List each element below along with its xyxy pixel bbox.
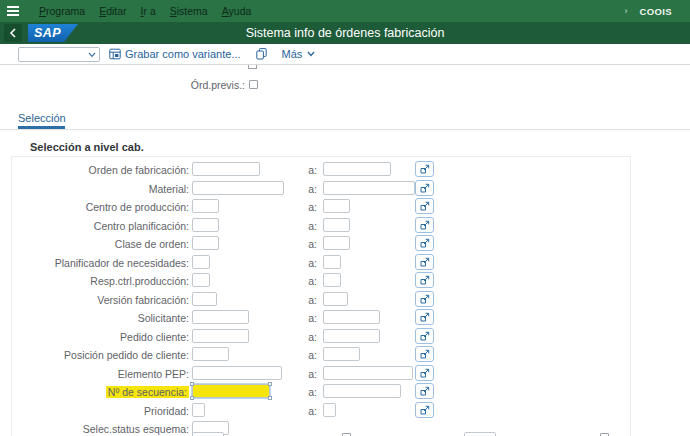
- multiple-selection-button[interactable]: [415, 235, 434, 251]
- multiple-selection-button[interactable]: [415, 198, 434, 214]
- to-input[interactable]: [323, 162, 391, 176]
- chevron-right-icon: ›: [624, 6, 627, 16]
- form-row: Planificador de necesidades:a:: [12, 254, 630, 273]
- multiple-selection-icon: [420, 386, 430, 396]
- field-label: Pedido cliente:: [12, 331, 189, 343]
- section-title: Selección a nivel cab.: [30, 141, 144, 153]
- from-input[interactable]: [192, 292, 217, 306]
- from-input[interactable]: [192, 199, 219, 213]
- multiple-selection-button[interactable]: [415, 309, 434, 325]
- to-label: a:: [282, 386, 317, 398]
- to-input[interactable]: [323, 384, 401, 398]
- to-input[interactable]: [323, 273, 341, 287]
- clipped-input[interactable]: [192, 432, 224, 436]
- multiple-selection-button[interactable]: [415, 402, 434, 418]
- selection-handle[interactable]: [268, 382, 272, 386]
- selection-handle[interactable]: [190, 382, 194, 386]
- multiple-selection-button[interactable]: [415, 291, 434, 307]
- to-input[interactable]: [323, 181, 415, 195]
- menu-item-programa[interactable]: Programa: [32, 5, 92, 17]
- menu-item-sistema[interactable]: Sistema: [163, 5, 215, 17]
- from-input[interactable]: [192, 181, 284, 195]
- tab-seleccion[interactable]: Selección: [18, 112, 66, 124]
- to-input[interactable]: [323, 218, 350, 232]
- field-label: Posición pedido de cliente:: [12, 349, 189, 361]
- to-label: a:: [282, 164, 317, 176]
- from-input[interactable]: [192, 366, 282, 380]
- multiple-selection-button[interactable]: [415, 161, 434, 177]
- multiple-selection-icon: [420, 405, 430, 415]
- ordprevis-checkbox[interactable]: [249, 80, 258, 89]
- form-row: Centro de producción:a:: [12, 198, 630, 217]
- field-label: Solicitante:: [12, 312, 189, 324]
- from-input[interactable]: [192, 255, 210, 269]
- field-label: Prioridad:: [12, 405, 189, 417]
- to-label: a:: [282, 257, 317, 269]
- multiple-selection-icon: [420, 257, 430, 267]
- from-input[interactable]: [192, 236, 219, 250]
- form-row: Clase de orden:a:: [12, 235, 630, 254]
- more-menu-button[interactable]: Más: [282, 48, 316, 60]
- to-input[interactable]: [323, 347, 360, 361]
- form-row: Solicitante:a:: [12, 309, 630, 328]
- field-label: Orden de fabricación:: [12, 164, 189, 176]
- form-row: Pedido cliente:a:: [12, 328, 630, 347]
- multiple-selection-button[interactable]: [415, 328, 434, 344]
- multiple-selection-icon: [420, 275, 430, 285]
- ordprevis-label: Órd.previs.:: [150, 79, 245, 91]
- to-label: a:: [282, 368, 317, 380]
- multiple-selection-button[interactable]: [415, 272, 434, 288]
- menu-item-ir-a[interactable]: Ir a: [134, 5, 163, 17]
- from-input[interactable]: [192, 403, 205, 417]
- form-row: Versión fabricación:a:: [12, 291, 630, 310]
- multiple-selection-button[interactable]: [415, 217, 434, 233]
- hamburger-menu-icon[interactable]: [7, 6, 19, 16]
- multiple-selection-icon: [420, 368, 430, 378]
- to-input[interactable]: [323, 255, 341, 269]
- from-input[interactable]: [192, 384, 270, 398]
- from-input[interactable]: [192, 162, 260, 176]
- menu-bar: ProgramaEditarIr aSistemaAyuda › COOIS: [0, 0, 690, 22]
- multiple-selection-icon: [420, 220, 430, 230]
- from-input[interactable]: [192, 273, 210, 287]
- chevron-down-icon: [307, 51, 315, 57]
- multiple-selection-button[interactable]: [415, 254, 434, 270]
- transaction-code: COOIS: [639, 6, 672, 17]
- multiple-selection-button[interactable]: [415, 180, 434, 196]
- menu-item-editar[interactable]: Editar: [92, 5, 133, 17]
- form-row: Posición pedido de cliente:a:: [12, 346, 630, 365]
- clipped-input[interactable]: [464, 432, 496, 436]
- menu-item-ayuda[interactable]: Ayuda: [215, 5, 259, 17]
- selection-handle[interactable]: [190, 396, 194, 400]
- multiple-selection-button[interactable]: [415, 346, 434, 362]
- to-input[interactable]: [323, 292, 348, 306]
- field-label: Material:: [12, 183, 189, 195]
- to-input[interactable]: [323, 310, 380, 324]
- to-input[interactable]: [323, 366, 413, 380]
- variant-combobox[interactable]: [18, 47, 100, 62]
- selection-handle[interactable]: [268, 396, 272, 400]
- from-input[interactable]: [192, 310, 249, 324]
- field-label: Planificador de necesidades:: [12, 257, 189, 269]
- to-input[interactable]: [323, 329, 380, 343]
- save-as-variant-button[interactable]: Grabar como variante...: [109, 48, 241, 60]
- from-input[interactable]: [192, 218, 219, 232]
- from-input[interactable]: [192, 347, 229, 361]
- form-row: Orden de fabricación:a:: [12, 161, 630, 180]
- form-row: Centro planificación:a:: [12, 217, 630, 236]
- to-input[interactable]: [323, 403, 336, 417]
- multiple-selection-button[interactable]: [415, 365, 434, 381]
- multiple-selection-button[interactable]: [415, 383, 434, 399]
- copy-button[interactable]: [256, 48, 267, 60]
- to-input[interactable]: [323, 236, 350, 250]
- form-row: Prioridad:a:: [12, 402, 630, 421]
- multiple-selection-icon: [420, 164, 430, 174]
- clipped-checkbox[interactable]: [248, 65, 257, 69]
- field-label: Elemento PEP:: [12, 368, 189, 380]
- from-input[interactable]: [192, 329, 249, 343]
- to-input[interactable]: [323, 199, 350, 213]
- back-button[interactable]: [4, 24, 22, 42]
- to-label: a:: [282, 201, 317, 213]
- multiple-selection-icon: [420, 294, 430, 304]
- save-variant-icon: [109, 48, 121, 60]
